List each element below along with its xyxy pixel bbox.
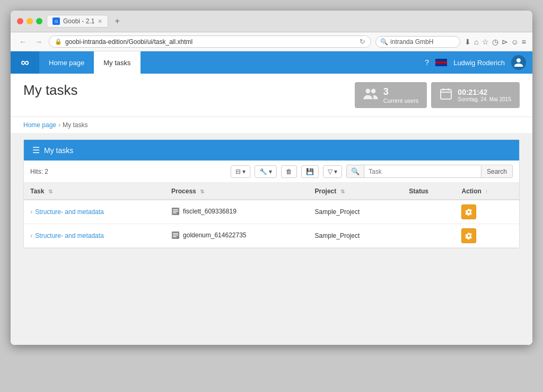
task-link-1[interactable]: Structure- and metadata: [35, 208, 103, 216]
time-widget-text: 00:21:42 Sonntag, 24. Mai 2015: [458, 88, 511, 102]
menu-icon[interactable]: ≡: [522, 38, 526, 46]
history-icon[interactable]: ◷: [492, 38, 498, 46]
help-icon[interactable]: ?: [425, 58, 429, 67]
status-cell-2: [402, 224, 455, 248]
main-content: ☰ My tasks Hits: 2 ⊟ ▾: [11, 133, 532, 345]
app-container: ∞ Home page My tasks ? Ludwig Roderich M: [11, 51, 532, 345]
traffic-lights: [17, 18, 42, 24]
search-button[interactable]: Search: [481, 166, 512, 177]
current-date: Sonntag, 24. Mai 2015: [458, 96, 511, 102]
nav-tasks[interactable]: My tasks: [94, 51, 140, 74]
username-label[interactable]: Ludwig Roderich: [453, 59, 505, 67]
filter-group: ▽ ▾: [323, 165, 342, 178]
users-count: 3: [383, 86, 419, 97]
col-header-process: Process ⇅: [165, 183, 308, 200]
breadcrumb: Home page › My tasks: [11, 117, 532, 133]
wrench-group: 🔧 ▾: [255, 165, 277, 178]
users-widget-text: 3 Current users: [383, 86, 419, 104]
back-button[interactable]: ←: [17, 37, 29, 47]
panel-title: My tasks: [44, 146, 73, 155]
svg-point-0: [365, 88, 370, 93]
action-button-2[interactable]: [461, 228, 476, 243]
user-avatar[interactable]: [511, 55, 526, 70]
search-icon-button[interactable]: 🔍: [347, 165, 364, 177]
expand-icon-2[interactable]: ›: [30, 232, 32, 239]
nav-home[interactable]: Home page: [39, 51, 94, 74]
action-cell-2: [455, 224, 519, 248]
address-box[interactable]: 🔒 goobi-intranda-edition/Goobi/ui/task_a…: [49, 35, 371, 48]
export-icon: 💾: [306, 168, 314, 175]
action-sort-icon[interactable]: ↑: [485, 189, 488, 194]
tab-title: Goobi - 2.1: [63, 17, 94, 25]
browser-actions: ⬇ ⌂ ☆ ◷ ⊳ ☺ ≡: [465, 38, 526, 46]
process-cell-1: fisclett_609336819: [165, 200, 308, 224]
svg-rect-11: [173, 235, 178, 236]
page-header: My tasks 3 Current users: [11, 74, 532, 117]
new-tab-button[interactable]: +: [115, 16, 119, 26]
close-button[interactable]: [17, 18, 23, 24]
breadcrumb-separator: ›: [58, 121, 60, 129]
infinity-icon: ∞: [21, 56, 29, 69]
hits-label: Hits: 2: [30, 168, 48, 175]
delete-button[interactable]: 🗑: [281, 165, 297, 178]
browser-search-box[interactable]: 🔍 intranda GmbH: [375, 36, 460, 48]
process-sort-icon[interactable]: ⇅: [200, 189, 204, 194]
bookmark-icon[interactable]: ☆: [482, 38, 489, 46]
breadcrumb-home[interactable]: Home page: [23, 121, 56, 129]
svg-rect-2: [441, 90, 451, 99]
task-cell-1: › Structure- and metadata: [24, 200, 165, 224]
tab-close-icon[interactable]: ✕: [98, 18, 102, 25]
header-widgets: 3 Current users 00:21:42: [355, 82, 520, 108]
minimize-button[interactable]: [27, 18, 33, 24]
action-button-1[interactable]: [461, 204, 476, 219]
export-button[interactable]: 💾: [301, 165, 319, 178]
filter-arrow: ▾: [334, 168, 337, 175]
process-doc-icon-1: [171, 207, 180, 216]
columns-icon: ⊟: [235, 168, 241, 175]
column-toggle-button[interactable]: ⊟ ▾: [231, 166, 250, 177]
table-row: › Structure- and metadata: [24, 224, 519, 248]
task-link-2[interactable]: Structure- and metadata: [35, 232, 103, 239]
col-header-project: Project ⇅: [309, 183, 403, 200]
home-icon[interactable]: ⌂: [474, 38, 478, 46]
column-toggle-group: ⊟ ▾: [231, 165, 250, 178]
time-widget: 00:21:42 Sonntag, 24. Mai 2015: [431, 82, 520, 108]
col-header-status: Status: [402, 183, 455, 200]
browser-tab[interactable]: G Goobi - 2.1 ✕: [47, 15, 108, 28]
profile-icon[interactable]: ☺: [511, 38, 519, 46]
reload-button[interactable]: ↻: [360, 38, 365, 46]
svg-rect-7: [173, 211, 178, 212]
task-sort-icon[interactable]: ⇅: [48, 189, 52, 194]
nav-logo: ∞: [11, 51, 39, 74]
flag-icon[interactable]: [435, 59, 447, 66]
share-icon[interactable]: ⊳: [502, 38, 508, 46]
svg-rect-8: [173, 212, 177, 213]
browser-window: G Goobi - 2.1 ✕ + ← → 🔒 goobi-intranda-e…: [11, 11, 532, 345]
forward-button[interactable]: →: [33, 37, 45, 47]
svg-rect-10: [173, 233, 178, 234]
breadcrumb-current: My tasks: [63, 121, 87, 129]
project-sort-icon[interactable]: ⇅: [340, 189, 345, 194]
download-icon[interactable]: ⬇: [465, 38, 471, 46]
secure-icon: 🔒: [55, 38, 62, 45]
nav-right: ? Ludwig Roderich: [425, 55, 532, 70]
maximize-button[interactable]: [36, 18, 42, 24]
tasks-panel: ☰ My tasks Hits: 2 ⊟ ▾: [23, 139, 520, 248]
table-row: › Structure- and metadata: [24, 200, 519, 224]
top-navigation: ∞ Home page My tasks ? Ludwig Roderich: [11, 51, 532, 74]
task-cell-2: › Structure- and metadata: [24, 224, 165, 248]
svg-rect-12: [173, 236, 177, 237]
wrench-icon: 🔧: [259, 168, 267, 175]
wrench-arrow: ▾: [269, 168, 272, 175]
tab-favicon: G: [52, 17, 60, 25]
wrench-button[interactable]: 🔧 ▾: [255, 166, 276, 177]
list-icon: ☰: [32, 145, 40, 155]
address-text: goobi-intranda-edition/Goobi/ui/task_all…: [65, 38, 356, 46]
process-cell-2: goldenum_614622735: [165, 224, 308, 248]
search-group: 🔍 Search: [346, 165, 513, 178]
expand-icon-1[interactable]: ›: [30, 208, 32, 216]
search-input[interactable]: [364, 166, 481, 177]
browser-search-icon: 🔍: [380, 38, 388, 46]
delete-icon: 🗑: [286, 168, 292, 175]
filter-button[interactable]: ▽ ▾: [323, 166, 341, 177]
